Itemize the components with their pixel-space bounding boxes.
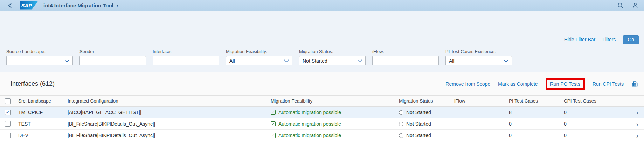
src-landscape-value: TM_CPICF bbox=[15, 110, 65, 115]
migration-feasibility-value: ✓ Automatic migration possible bbox=[268, 110, 396, 115]
row-select-checkbox[interactable]: ✓ bbox=[5, 121, 11, 127]
table-header-row: ✓ Src. Landscape Integrated Configuratio… bbox=[0, 95, 644, 107]
filters-link[interactable]: Filters bbox=[602, 37, 616, 42]
status-radio-icon bbox=[399, 122, 403, 126]
mark-as-complete-button[interactable]: Mark as Complete bbox=[498, 81, 538, 87]
shell-header: SAP int4 Interface Migration Tool ▼ bbox=[0, 0, 644, 11]
integrated-configuration-value: |BI_FileShare|BIKPIDetails_Out_Async|| bbox=[65, 133, 268, 138]
filter-field-migration-status: Migration Status: Not Started bbox=[299, 49, 366, 65]
column-header-migration-status[interactable]: Migration Status bbox=[396, 98, 451, 104]
row-navigation-chevron-icon[interactable]: › bbox=[636, 121, 638, 127]
pi-test-cases-value: 8 bbox=[506, 110, 561, 115]
filter-bar: Hide Filter Bar Filters Go Source Landsc… bbox=[0, 11, 644, 72]
migration-status-value: Not Started bbox=[396, 110, 451, 115]
green-checkbox-icon: ✓ bbox=[271, 121, 276, 126]
interfaces-table: ✓ Src. Landscape Integrated Configuratio… bbox=[0, 95, 644, 141]
filter-field-pi-test-cases-existence: PI Test Cases Existence: All bbox=[445, 49, 512, 65]
sender-label: Sender: bbox=[79, 49, 146, 54]
remove-from-scope-button[interactable]: Remove from Scope bbox=[445, 81, 490, 87]
migration-feasibility-label: Migration Feasibility: bbox=[226, 49, 292, 54]
chevron-down-icon bbox=[504, 59, 508, 62]
row-navigation-chevron-icon[interactable]: › bbox=[636, 109, 638, 116]
migration-status-value: Not Started bbox=[396, 133, 451, 138]
pi-test-cases-existence-select[interactable]: All bbox=[445, 56, 512, 65]
table-toolbar: Interfaces (612) Remove from Scope Mark … bbox=[0, 72, 644, 95]
app-title: int4 Interface Migration Tool bbox=[43, 2, 113, 8]
iflow-input[interactable] bbox=[372, 56, 439, 65]
status-radio-icon bbox=[399, 133, 403, 138]
src-landscape-value: DEV bbox=[15, 133, 65, 138]
column-header-iflow[interactable]: iFlow bbox=[451, 98, 506, 104]
red-highlight-annotation: Run PO Tests bbox=[546, 78, 585, 90]
user-profile-icon[interactable] bbox=[632, 2, 638, 9]
chevron-down-icon bbox=[357, 59, 362, 62]
cpi-test-cases-value: 0 bbox=[561, 110, 624, 115]
column-header-cpi-test-cases[interactable]: CPI Test Cases bbox=[561, 98, 624, 104]
green-checkbox-icon: ✓ bbox=[271, 133, 276, 138]
table-row[interactable]: ✓ DEV |BI_FileShare|BIKPIDetails_Out_Asy… bbox=[0, 130, 644, 141]
src-landscape-value: TEST bbox=[15, 121, 65, 127]
back-chevron-icon bbox=[8, 3, 13, 8]
app-title-menu[interactable]: int4 Interface Migration Tool ▼ bbox=[43, 2, 119, 8]
table-row[interactable]: ✓ TM_CPICF |AICO|BAPI_GL_ACC_GETLIST|| ✓… bbox=[0, 107, 644, 118]
select-all-checkbox[interactable]: ✓ bbox=[5, 98, 11, 104]
integrated-configuration-value: |BI_FileShare|BIKPIDetails_Out_Async|| bbox=[65, 121, 268, 127]
iflow-label: iFlow: bbox=[372, 49, 439, 54]
table-title: Interfaces (612) bbox=[11, 80, 55, 87]
integrated-configuration-value: |AICO|BAPI_GL_ACC_GETLIST|| bbox=[65, 110, 268, 115]
filter-field-iflow: iFlow: bbox=[372, 49, 439, 65]
filter-field-interface: Interface: bbox=[153, 49, 219, 65]
migration-status-value: Not Started bbox=[396, 121, 451, 127]
hide-filter-bar-link[interactable]: Hide Filter Bar bbox=[564, 37, 595, 42]
filter-field-source-landscape: Source Landscape: bbox=[6, 49, 73, 65]
title-dropdown-caret-icon: ▼ bbox=[116, 4, 119, 7]
migration-feasibility-select[interactable]: All bbox=[226, 56, 292, 65]
migration-feasibility-value: ✓ Automatic migration possible bbox=[268, 133, 396, 138]
column-header-integrated-configuration[interactable]: Integrated Configuration bbox=[65, 98, 268, 104]
sap-logo: SAP bbox=[20, 1, 38, 10]
cpi-test-cases-value: 0 bbox=[561, 121, 624, 127]
chevron-down-icon bbox=[284, 59, 289, 62]
status-radio-icon bbox=[399, 110, 403, 115]
green-checkbox-icon: ✓ bbox=[271, 110, 276, 115]
pi-test-cases-value: 0 bbox=[506, 133, 561, 138]
pi-test-cases-existence-label: PI Test Cases Existence: bbox=[445, 49, 512, 54]
interface-input[interactable] bbox=[153, 56, 219, 65]
chevron-down-icon bbox=[64, 59, 69, 62]
source-landscape-label: Source Landscape: bbox=[6, 49, 73, 54]
row-select-checkbox[interactable]: ✓ bbox=[5, 110, 11, 115]
filter-field-sender: Sender: bbox=[79, 49, 146, 65]
table-body: ✓ TM_CPICF |AICO|BAPI_GL_ACC_GETLIST|| ✓… bbox=[0, 107, 644, 141]
column-header-src-landscape[interactable]: Src. Landscape bbox=[15, 98, 65, 104]
go-button[interactable]: Go bbox=[623, 35, 639, 44]
interface-label: Interface: bbox=[153, 49, 219, 54]
source-landscape-select[interactable] bbox=[6, 56, 73, 65]
back-button[interactable] bbox=[8, 3, 13, 8]
export-to-spreadsheet-icon[interactable] bbox=[631, 80, 638, 87]
cpi-test-cases-value: 0 bbox=[561, 133, 624, 138]
run-po-tests-button[interactable]: Run PO Tests bbox=[550, 81, 580, 87]
filter-field-migration-feasibility: Migration Feasibility: All bbox=[226, 49, 292, 65]
search-icon[interactable] bbox=[617, 2, 624, 9]
migration-status-select[interactable]: Not Started bbox=[299, 56, 366, 65]
run-cpi-tests-button[interactable]: Run CPI Tests bbox=[593, 81, 624, 87]
migration-status-label: Migration Status: bbox=[299, 49, 366, 54]
table-row[interactable]: ✓ TEST |BI_FileShare|BIKPIDetails_Out_As… bbox=[0, 118, 644, 130]
column-header-migration-feasibility[interactable]: Migration Feasibility bbox=[268, 98, 396, 104]
migration-feasibility-value: ✓ Automatic migration possible bbox=[268, 121, 396, 127]
pi-test-cases-value: 0 bbox=[506, 121, 561, 127]
row-navigation-chevron-icon[interactable]: › bbox=[636, 132, 638, 139]
row-select-checkbox[interactable]: ✓ bbox=[5, 133, 11, 138]
column-header-pi-test-cases[interactable]: PI Test Cases bbox=[506, 98, 561, 104]
sender-input[interactable] bbox=[79, 56, 146, 65]
